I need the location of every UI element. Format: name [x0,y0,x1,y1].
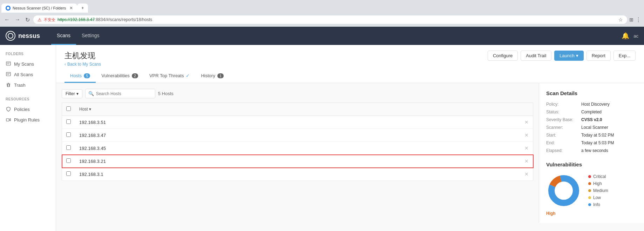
url-host: 192.168.3.47 [70,17,95,22]
nav-scans[interactable]: Scans [51,27,76,45]
warning-icon: ⚠ [38,17,42,22]
scanner-label: Scanner: [546,125,581,130]
back-link[interactable]: ‹ Back to My Scans [65,62,101,67]
search-input[interactable] [96,91,152,96]
host-cell[interactable]: 192.168.3.45 [75,142,520,155]
refresh-button[interactable]: ↻ [24,15,31,25]
col-host-header[interactable]: Host ▾ [75,103,520,116]
select-all-checkbox[interactable] [66,106,71,111]
hosts-table: Host ▾ 192.168.3.51 ✕ [62,103,533,181]
tab-close-button[interactable]: ✕ [69,6,73,11]
folders-section: FOLDERS My Scans All Scans Trash [0,51,56,90]
severity-label: Severity Base: [546,117,581,122]
search-icon: 🔍 [88,91,94,96]
address-box[interactable]: ⚠ 不安全 https://192.168.3.47:8834/#/scans/… [33,15,627,24]
bookmark-icon[interactable]: ☆ [618,17,623,22]
low-dot [588,196,591,199]
policy-label: Policy: [546,102,581,107]
my-scans-icon [6,61,11,67]
launch-label: Launch [560,53,575,58]
user-avatar[interactable]: ac [633,33,638,39]
nav-settings[interactable]: Settings [76,27,105,45]
svg-rect-8 [6,119,9,121]
legend-medium: Medium [588,188,608,193]
row-checkbox-cell [62,116,75,129]
row-close-button[interactable]: ✕ [524,145,529,151]
url-display: https://192.168.3.47:8834/#/scans/report… [57,17,152,22]
sidebar-item-trash[interactable]: Trash [0,80,56,90]
medium-dot [588,189,591,192]
profile-icon[interactable]: ⊞ [629,17,633,22]
configure-button[interactable]: Configure [488,51,518,61]
back-button[interactable]: ← [3,15,11,24]
notification-icon[interactable]: 🔔 [622,32,629,40]
row-checkbox-cell [62,168,75,181]
tab-hosts[interactable]: Hosts 5 [65,70,96,83]
policy-value: Host Discovery [581,102,610,107]
row-close-button[interactable]: ✕ [524,158,529,164]
forward-button[interactable]: → [13,15,22,24]
host-sort-icon: ▾ [89,107,91,112]
launch-button[interactable]: Launch ▾ [554,51,584,61]
high-label: High [593,181,602,186]
host-cell[interactable]: 192.168.3.47 [75,129,520,142]
tab-hosts-badge: 5 [84,73,90,78]
my-scans-label: My Scans [14,61,34,67]
sidebar-item-my-scans[interactable]: My Scans [0,59,56,69]
folders-title: FOLDERS [0,51,56,59]
hosts-count: 5 Hosts [158,91,174,96]
tab-vpr-top-threats[interactable]: VPR Top Threats ✓ [144,70,196,83]
main-content: 主机发现 ‹ Back to My Scans Configure Audit … [56,45,644,231]
filter-button[interactable]: Filter ▾ [62,89,82,98]
tab-history[interactable]: History 1 [195,70,229,83]
row-close-button[interactable]: ✕ [524,119,529,125]
row-close-cell: ✕ [520,129,533,142]
nav-right: 🔔 ac [622,32,638,40]
tab-vpr-label: VPR Top Threats [149,73,184,78]
tab-vulnerabilities-badge: 2 [132,73,138,78]
back-arrow-icon: ‹ [65,62,66,67]
report-button[interactable]: Report [587,51,611,61]
vpr-check-icon: ✓ [186,73,190,78]
critical-dot [588,175,591,178]
legend-critical: Critical [588,174,608,179]
row-checkbox[interactable] [66,132,71,137]
row-close-button[interactable]: ✕ [524,171,529,177]
header-buttons: Configure Audit Trail Launch ▾ Report Ex… [488,51,636,61]
host-col-label: Host [79,107,88,112]
sidebar-item-all-scans[interactable]: All Scans [0,69,56,80]
row-checkbox-cell [62,129,75,142]
more-icon[interactable]: ⋮ [636,16,641,23]
vuln-chart-area: Critical High Medium [546,173,637,208]
plugin-rules-icon [6,117,11,123]
export-button[interactable]: Exp... [614,51,636,61]
table-row: 192.168.3.1 ✕ [62,168,533,181]
host-cell[interactable]: 192.168.3.51 [75,116,520,129]
row-checkbox[interactable] [66,171,71,176]
sidebar-item-plugin-rules[interactable]: Plugin Rules [0,114,56,125]
sidebar-item-policies[interactable]: Policies [0,104,56,114]
launch-dropdown-icon: ▾ [576,53,578,58]
tab-vulnerabilities[interactable]: Vulnerabilities 2 [96,70,144,83]
hosts-panel: Filter ▾ 🔍 5 Hosts [56,83,539,223]
row-checkbox[interactable] [66,158,71,163]
row-checkbox[interactable] [66,145,71,150]
row-checkbox[interactable] [66,119,71,124]
new-tab-button[interactable]: + [77,4,88,13]
tabs: Hosts 5 Vulnerabilities 2 VPR Top Threat… [65,70,636,83]
row-close-cell: ✕ [520,168,533,181]
detail-scanner: Scanner: Local Scanner [546,125,637,130]
audit-trail-button[interactable]: Audit Trail [521,51,551,61]
trash-label: Trash [14,82,26,88]
severity-value: CVSS v2.0 [581,117,602,122]
active-tab[interactable]: Nessus Scanner (SC) / Folders ✕ [1,4,77,13]
legend-info: Info [588,202,608,207]
filter-label: Filter [66,91,75,96]
row-close-button[interactable]: ✕ [524,132,529,138]
row-close-cell: ✕ [520,155,533,168]
policies-label: Policies [14,107,30,112]
host-cell[interactable]: 192.168.3.1 [75,168,520,181]
host-cell[interactable]: 192.168.3.21 [75,155,520,168]
svg-point-1 [8,33,13,38]
end-label: End: [546,140,581,145]
